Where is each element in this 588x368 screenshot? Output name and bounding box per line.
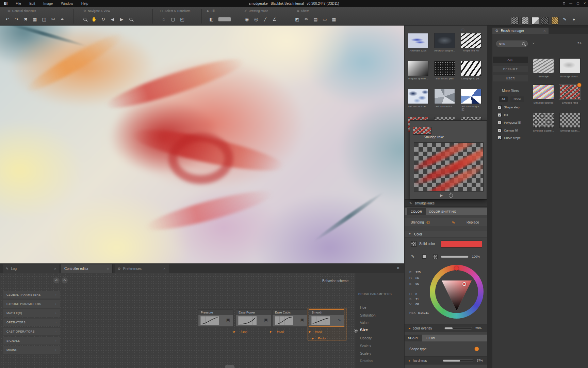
tab-color[interactable]: COLOR (407, 208, 426, 215)
transparency-icon[interactable] (411, 241, 416, 247)
brush-tool-icon[interactable]: ✎ (560, 15, 569, 23)
checkbox-fill[interactable]: ✓Fill (498, 113, 508, 117)
menu-edit[interactable]: Edit (25, 0, 39, 7)
menu-window[interactable]: Window (57, 0, 77, 7)
node-source-icon[interactable]: ▣ (300, 318, 304, 322)
tab-preferences[interactable]: ⚙ Preferences ✕ (115, 264, 169, 273)
menu-image[interactable]: Image (39, 0, 57, 7)
hue-marker[interactable] (454, 266, 459, 271)
param-value[interactable]: Value (360, 321, 369, 325)
brush-thumbnail[interactable] (434, 61, 455, 76)
shape-type-swatch[interactable] (474, 347, 479, 351)
node-source-icon[interactable]: ▣ (264, 318, 268, 322)
port-input[interactable]: Input (241, 330, 247, 333)
color-wheel[interactable] (430, 265, 484, 319)
painting-canvas[interactable] (0, 26, 404, 263)
node-connection-icon[interactable]: ∿ (338, 318, 341, 322)
brush-preset-2[interactable] (521, 17, 529, 25)
expand-arrow-icon[interactable]: ▶ (409, 359, 410, 362)
redo-icon[interactable]: ↷ (12, 15, 21, 23)
tiles-icon[interactable]: ◫ (39, 15, 49, 23)
filter-default[interactable]: DEFAULT (493, 66, 528, 72)
checkbox-shape-step[interactable]: ✓Shape step (498, 105, 520, 109)
node-pressure[interactable]: Pressure ▣ (198, 309, 233, 327)
close-icon[interactable]: ✕ (163, 267, 166, 271)
crop-icon[interactable]: ◰ (178, 15, 187, 23)
close-icon[interactable]: ✕ (583, 2, 586, 5)
node-smooth[interactable]: Smooth ∿ (309, 309, 344, 327)
search-input[interactable] (499, 42, 521, 46)
param-scale-y[interactable]: Scale y (360, 352, 371, 355)
brush-thumbnail[interactable] (461, 33, 481, 48)
eyedropper-icon[interactable]: ✎ (411, 254, 414, 259)
color-overlay-slider[interactable] (444, 327, 472, 329)
checkbox-canvas-fill[interactable]: ✓Canvas fill (498, 128, 518, 132)
close-panel-icon[interactable]: ✕ (397, 266, 399, 270)
redo-icon[interactable]: ↷ (62, 277, 68, 283)
brush-thumbnail[interactable] (434, 33, 455, 48)
menu-help[interactable]: Help (77, 0, 93, 7)
brush-result-smudge-colored[interactable] (533, 85, 554, 99)
node-ease-power[interactable]: Ease Power ▣ (236, 309, 271, 327)
color-section-header[interactable]: ▼ Color (405, 231, 487, 238)
angle-mode-icon[interactable]: ∠ (270, 15, 279, 23)
menu-file[interactable]: File (12, 0, 25, 7)
sv-marker[interactable] (462, 282, 466, 286)
brush-result-smudge-scatt[interactable] (559, 113, 581, 128)
expand-arrow-icon[interactable]: ▶ (409, 327, 410, 330)
param-radio-icon[interactable] (354, 329, 358, 333)
port-input[interactable]: Input (315, 330, 322, 333)
fullscreen-icon[interactable]: ⊡ (562, 2, 565, 5)
close-icon[interactable]: ✕ (543, 29, 546, 33)
checkbox-polygonal-fill[interactable]: ✓Polygonal fill (498, 121, 521, 124)
square-swatch-icon[interactable] (422, 255, 426, 259)
maximize-icon[interactable]: ▢ (576, 2, 579, 5)
opacity-slider[interactable] (441, 256, 469, 258)
zoom-reset-icon[interactable] (126, 15, 135, 23)
flip-left-icon[interactable]: ◀ (108, 15, 117, 23)
checkbox-curve-crepe[interactable]: ✓Curve crepe (498, 136, 521, 140)
brush-thumbnail[interactable] (408, 33, 428, 48)
close-icon[interactable]: ✕ (107, 267, 109, 271)
flip-right-icon[interactable]: ▶ (117, 15, 126, 23)
param-saturation[interactable]: Saturation (360, 313, 376, 317)
show-brush-icon[interactable]: ✑ (302, 15, 311, 23)
minimize-icon[interactable]: — (569, 2, 572, 5)
grid-icon[interactable]: ▦ (30, 15, 39, 23)
brush-result-smudge-cloud[interactable] (559, 58, 581, 73)
brush-thumbnail[interactable] (461, 61, 481, 76)
blending-mode-value[interactable]: ex (426, 220, 430, 224)
param-opacity[interactable]: Opacity (360, 336, 372, 340)
show-mask-icon[interactable]: ◩ (293, 15, 302, 23)
line-mode-icon[interactable]: ╱ (261, 15, 270, 23)
rect-select-icon[interactable]: ▢ (168, 15, 178, 23)
port-input[interactable]: Input (277, 330, 284, 333)
param-hue[interactable]: Hue (360, 306, 366, 309)
gradient-fill-icon[interactable]: ◧ (207, 15, 216, 23)
clear-search-icon[interactable]: ✕ (532, 42, 535, 45)
close-icon[interactable]: ✕ (54, 267, 56, 271)
replace-button[interactable]: Replace (467, 220, 479, 224)
ellipse-select-icon[interactable]: ◌ (159, 15, 168, 23)
category-cast-operators[interactable]: CAST OPERATORS› (3, 328, 60, 335)
brush-result-smudge-scatter[interactable] (533, 113, 554, 128)
ink-icon[interactable]: ✒ (58, 15, 67, 23)
power-icon[interactable] (449, 194, 453, 198)
category-operators[interactable]: OPERATORS› (3, 319, 60, 326)
draw-mode-behind-icon[interactable]: ◎ (251, 15, 261, 23)
hand-icon[interactable]: ✋ (89, 15, 99, 23)
brush-thumbnail[interactable] (434, 89, 455, 104)
brush-thumbnail[interactable] (408, 61, 428, 76)
zoom-icon[interactable] (80, 15, 89, 23)
brush-thumbnail[interactable] (408, 89, 428, 104)
brush-result-smudge-rake[interactable] (559, 85, 581, 99)
param-size[interactable]: Size (360, 328, 368, 332)
category-signals[interactable]: SIGNALS› (3, 337, 60, 344)
cancel-icon[interactable]: ✖ (21, 15, 30, 23)
select-all-button[interactable]: All (499, 96, 508, 102)
play-icon[interactable]: ▶ (440, 193, 443, 198)
param-scale-x[interactable]: Scale x (360, 344, 371, 348)
brush-preset-3[interactable] (532, 17, 539, 25)
category-math-fx[interactable]: MATH F(X)› (3, 309, 60, 317)
param-rotation[interactable]: Rotation (360, 359, 373, 363)
